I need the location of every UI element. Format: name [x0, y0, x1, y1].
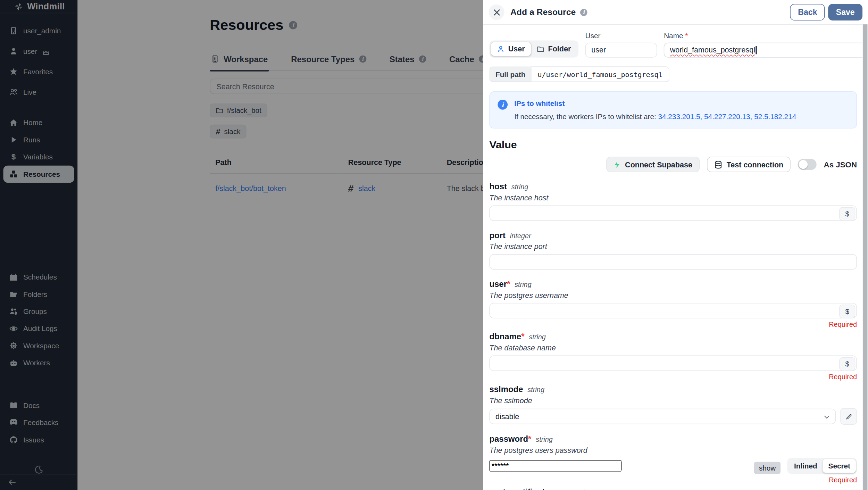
value-section-heading: Value	[489, 139, 857, 151]
owner-user-option[interactable]: User	[491, 42, 531, 56]
required-asterisk: *	[521, 332, 524, 341]
owner-kind-toggle: User Folder	[489, 40, 578, 57]
scrollbar-thumb[interactable]	[863, 24, 868, 490]
drawer-scrollbar[interactable]	[862, 24, 868, 490]
database-icon	[714, 160, 722, 169]
field-description: The instance host	[489, 194, 857, 202]
required-hint: Required	[489, 476, 857, 484]
windmill-app: Windmill user_admin	[0, 0, 868, 490]
field-description: The database name	[489, 344, 857, 352]
name-field: Name * world_famous_postgresql	[664, 32, 868, 58]
field-type: string	[536, 436, 553, 443]
field-name: root_certificate_pem	[489, 487, 571, 490]
field-description: The instance port	[489, 242, 857, 251]
drawer-title-row: Add a Resource i	[510, 7, 587, 17]
field-dbname: dbname* string The database name $ Requi…	[489, 332, 857, 381]
port-input[interactable]	[489, 254, 857, 270]
field-type: integer	[510, 232, 531, 240]
as-json-label: As JSON	[824, 160, 857, 169]
user-field-label: User	[585, 32, 657, 40]
field-password: password* string The postgres users pass…	[489, 434, 857, 484]
field-description: The postgres users password	[489, 446, 857, 455]
owner-user-field: User	[585, 32, 657, 58]
full-path-badge: Full path u/user/world_famous_postgresql	[489, 66, 669, 82]
edit-options-button[interactable]	[840, 408, 857, 425]
required-asterisk: *	[685, 32, 688, 40]
test-connection-button[interactable]: Test connection	[707, 157, 791, 172]
owner-folder-option[interactable]: Folder	[531, 42, 577, 56]
required-asterisk: *	[528, 434, 531, 443]
info-icon: i	[498, 100, 508, 110]
add-resource-drawer: Add a Resource i Back Save	[483, 0, 868, 490]
full-path-label: Full path	[489, 66, 531, 82]
sslmode-select[interactable]: disable	[489, 409, 836, 424]
required-asterisk: *	[507, 279, 510, 289]
infobox-title: IPs to whitelist	[514, 99, 796, 107]
field-name: user*	[489, 279, 510, 289]
field-name: dbname*	[489, 332, 524, 341]
field-type: string	[511, 183, 528, 191]
owner-folder-label: Folder	[548, 45, 571, 53]
field-name: sslmode	[489, 384, 523, 394]
close-drawer-button[interactable]	[489, 5, 504, 20]
whitelist-ips: 34.233.201.5, 54.227.220.13, 52.5.182.21…	[658, 113, 796, 121]
inlined-option[interactable]: Inlined	[788, 459, 823, 473]
supabase-bolt-icon	[614, 160, 621, 169]
save-button[interactable]: Save	[828, 4, 862, 20]
secret-option[interactable]: Secret	[823, 459, 856, 473]
drawer-body: User Folder User	[483, 25, 868, 490]
show-password-button[interactable]: show	[754, 462, 781, 474]
name-value: world_famous_postgresql	[670, 46, 755, 54]
name-input[interactable]: world_famous_postgresql	[664, 43, 868, 58]
required-hint: Required	[489, 373, 857, 381]
field-user: user* string The postgres username $ Req…	[489, 279, 857, 329]
field-name: host	[489, 182, 507, 191]
insert-variable-button[interactable]: $	[839, 207, 855, 221]
text-caret	[756, 46, 757, 54]
owner-user-label: User	[508, 45, 525, 53]
chevron-down-icon	[824, 412, 830, 421]
infobox-text: If necessary, the workers IPs to whiteli…	[514, 113, 796, 121]
field-name: port	[489, 230, 506, 240]
password-storage-toggle: Inlined Secret	[787, 458, 857, 474]
owner-input[interactable]	[585, 43, 657, 58]
user-input[interactable]	[489, 303, 857, 318]
required-hint: Required	[489, 321, 857, 328]
field-port: port integer The instance port	[489, 230, 857, 269]
back-button[interactable]: Back	[790, 4, 825, 20]
insert-variable-button[interactable]: $	[839, 304, 855, 318]
field-name: password*	[489, 434, 531, 443]
drawer-header: Add a Resource i Back Save	[483, 0, 868, 25]
ips-whitelist-infobox: i IPs to whitelist If necessary, the wor…	[489, 91, 857, 128]
info-icon: i	[580, 9, 587, 16]
field-type: string	[527, 386, 544, 393]
field-root-certificate-pem: root_certificate_pem string The root cer…	[489, 487, 857, 490]
host-input[interactable]	[489, 206, 857, 221]
drawer-title: Add a Resource	[510, 7, 576, 17]
insert-variable-button[interactable]: $	[839, 357, 855, 371]
user-icon	[497, 45, 504, 53]
password-input[interactable]	[489, 460, 621, 472]
sslmode-selected-value: disable	[495, 412, 519, 421]
field-host: host string The instance host $	[489, 182, 857, 221]
field-description: The postgres username	[489, 291, 857, 300]
folder-icon	[537, 45, 544, 53]
connect-supabase-button[interactable]: Connect Supabase	[606, 157, 700, 172]
value-actions-row: Connect Supabase Test connection As JSON	[489, 157, 857, 172]
field-sslmode: sslmode string The sslmode disable	[489, 384, 857, 425]
as-json-toggle[interactable]	[798, 159, 817, 170]
full-path-value: u/user/world_famous_postgresql	[531, 66, 669, 82]
field-description: The sslmode	[489, 397, 857, 405]
dbname-input[interactable]	[489, 356, 857, 371]
owner-row: User Folder User	[489, 32, 857, 58]
name-field-label: Name *	[664, 32, 868, 40]
field-type: string	[529, 333, 546, 341]
field-type: string	[515, 281, 532, 288]
